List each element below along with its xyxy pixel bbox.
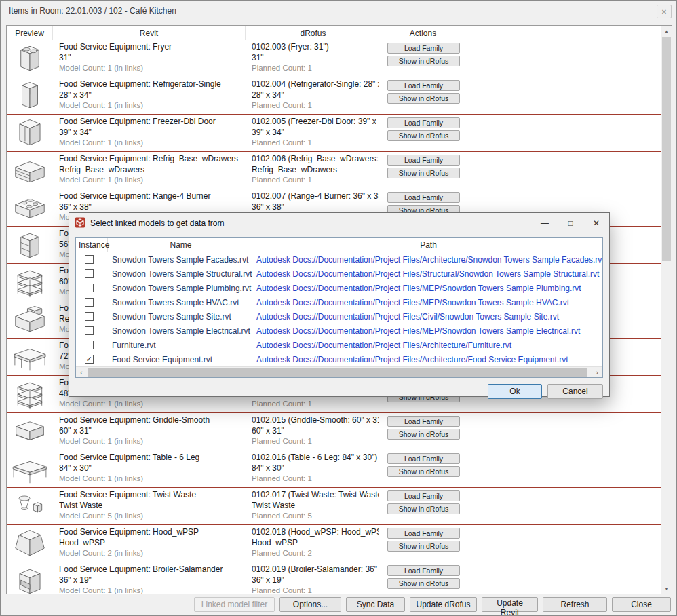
linked-model-row[interactable]: Snowdon Towers Sample Electrical.rvt Aut… <box>76 324 602 338</box>
dialog-horizontal-scrollbar[interactable]: ‹ › <box>76 366 602 377</box>
drofus-type-name: Hood_wPSP <box>252 538 379 549</box>
drofus-type-name: 39" x 34" <box>252 128 379 138</box>
instance-checkbox[interactable] <box>85 298 94 307</box>
planned-count: Planned Count: 1 <box>252 63 379 74</box>
revit-type-name: 36" x 38" <box>59 202 243 213</box>
load-family-button[interactable]: Load Family <box>387 528 460 539</box>
window-close-button[interactable]: ✕ <box>657 5 672 18</box>
model-name: Snowdon Towers Sample Plumbing.rvt <box>108 284 254 293</box>
update-drofus-button[interactable]: Update dRofus <box>410 597 477 612</box>
show-in-drofus-button[interactable]: Show in dRofus <box>387 541 460 552</box>
linked-model-row[interactable]: Snowdon Towers Sample Plumbing.rvt Autod… <box>76 281 602 295</box>
planned-count: Planned Count: 1 <box>252 100 379 111</box>
model-path: Autodesk Docs://Documentation/Project Fi… <box>254 341 602 350</box>
item-preview <box>7 562 53 594</box>
vertical-scrollbar[interactable]: ▲ ▼ <box>661 26 672 594</box>
load-family-button[interactable]: Load Family <box>387 565 460 576</box>
window-title: Items in Room: 22.01.003 / 102 - Café Ki… <box>9 6 176 16</box>
load-family-button[interactable]: Load Family <box>387 43 460 54</box>
dialog-body: Instance Name Path Snowdon Towers Sample… <box>69 233 609 404</box>
linked-model-row[interactable]: Snowdon Towers Sample Structural.rvt Aut… <box>76 267 602 281</box>
load-family-button[interactable]: Load Family <box>387 155 460 166</box>
drofus-cell: 0102.015 (Griddle-Smooth: 60" x 31") 60"… <box>246 413 381 450</box>
load-family-button[interactable]: Load Family <box>387 453 460 464</box>
load-family-button[interactable]: Load Family <box>387 80 460 91</box>
dialog-maximize-button[interactable]: □ <box>558 213 583 233</box>
item-preview <box>7 339 53 375</box>
model-count: Model Count: 5 (in links) <box>59 511 243 522</box>
revit-family-name: Food Service Equipment: Freezer-Dbl Door <box>59 117 243 128</box>
drofus-item-name: 0102.018 (Hood_wPSP: Hood_wPSP) <box>252 527 379 538</box>
drofus-item-name: 0102.019 (Broiler-Salamander: 36" x 19") <box>252 564 379 575</box>
drofus-item-name: 0102.007 (Range-4 Burner: 36" x 38") <box>252 191 379 202</box>
planned-count: Planned Count: 5 <box>252 511 379 522</box>
drofus-item-name: 0102.003 (Fryer: 31") <box>252 42 379 53</box>
linked-models-table-header: Instance Name Path <box>76 238 602 252</box>
instance-checkbox[interactable] <box>85 341 94 349</box>
model-path: Autodesk Docs://Documentation/Project Fi… <box>254 326 602 336</box>
show-in-drofus-button[interactable]: Show in dRofus <box>387 466 460 477</box>
revit-cell: Food Service Equipment: Table - 6 Leg 84… <box>53 450 246 487</box>
show-in-drofus-button[interactable]: Show in dRofus <box>387 503 460 514</box>
actions-cell: Load Family Show in dRofus <box>381 413 465 450</box>
item-preview <box>7 488 53 524</box>
item-preview <box>7 189 53 226</box>
linked-model-row[interactable]: ✓ Food Service Equipment.rvt Autodesk Do… <box>76 352 602 366</box>
update-revit-button[interactable]: Update Revit <box>482 597 538 612</box>
horizontal-scrollbar-thumb[interactable] <box>88 368 587 377</box>
instance-checkbox[interactable] <box>85 326 94 335</box>
linked-model-row[interactable]: Snowdon Towers Sample HVAC.rvt Autodesk … <box>76 295 602 309</box>
fryer-icon <box>10 43 50 74</box>
linked-model-row[interactable]: Snowdon Towers Sample Site.rvt Autodesk … <box>76 309 602 324</box>
revit-type-name: Twist Waste <box>59 501 243 512</box>
show-in-drofus-button[interactable]: Show in dRofus <box>387 56 460 66</box>
empty-cell <box>465 525 672 562</box>
scroll-up-icon[interactable]: ▲ <box>661 26 672 37</box>
instance-checkbox[interactable] <box>85 269 94 278</box>
model-count: Model Count: 1 (in links) <box>59 138 243 149</box>
counter-icon <box>10 304 50 335</box>
scroll-right-icon[interactable]: › <box>592 367 602 377</box>
scroll-down-icon[interactable]: ▼ <box>661 583 672 594</box>
instance-checkbox[interactable] <box>85 284 94 292</box>
show-in-drofus-button[interactable]: Show in dRofus <box>387 578 460 589</box>
dialog-minimize-button[interactable]: — <box>532 213 558 233</box>
cancel-button[interactable]: Cancel <box>547 384 603 399</box>
item-preview <box>7 413 53 450</box>
drofus-item-name: 0102.005 (Freezer-Dbl Door: 39" x 34") <box>252 117 379 128</box>
show-in-drofus-button[interactable]: Show in dRofus <box>387 168 460 178</box>
drofus-item-name: 0102.015 (Griddle-Smooth: 60" x 31") <box>252 415 379 426</box>
linked-model-filter-button: Linked model filter <box>194 597 275 612</box>
close-button[interactable]: Close <box>612 597 671 612</box>
scroll-left-icon[interactable]: ‹ <box>76 367 87 377</box>
revit-type-name: 39" x 34" <box>59 128 243 138</box>
shelf-icon <box>10 267 50 298</box>
load-family-button[interactable]: Load Family <box>387 192 460 203</box>
show-in-drofus-button[interactable]: Show in dRofus <box>387 93 460 104</box>
vertical-scrollbar-thumb[interactable] <box>662 37 671 261</box>
actions-cell: Load Family Show in dRofus <box>381 450 465 487</box>
linked-models-list: Snowdon Towers Sample Facades.rvt Autode… <box>76 252 602 366</box>
refresh-button[interactable]: Refresh <box>543 597 607 612</box>
dialog-close-button[interactable]: ✕ <box>583 213 609 233</box>
load-family-button[interactable]: Load Family <box>387 117 460 128</box>
model-count: Model Count: 1 (in links) <box>59 474 243 484</box>
linked-model-row[interactable]: Furniture.rvt Autodesk Docs://Documentat… <box>76 338 602 352</box>
empty-cell <box>465 77 672 114</box>
actions-cell: Load Family Show in dRofus <box>381 152 465 189</box>
show-in-drofus-button[interactable]: Show in dRofus <box>387 130 460 141</box>
instance-checkbox[interactable] <box>85 255 94 264</box>
instance-checkbox[interactable] <box>85 312 94 321</box>
ok-button[interactable]: Ok <box>488 384 542 399</box>
linked-model-row[interactable]: Snowdon Towers Sample Facades.rvt Autode… <box>76 252 602 267</box>
options-button[interactable]: Options... <box>279 597 341 612</box>
actions-cell: Load Family Show in dRofus <box>381 488 465 524</box>
drofus-type-name: 31" <box>252 53 379 64</box>
work-table-icon <box>10 341 50 372</box>
load-family-button[interactable]: Load Family <box>387 416 460 427</box>
sync-data-button[interactable]: Sync Data <box>346 597 405 612</box>
show-in-drofus-button[interactable]: Show in dRofus <box>387 429 460 440</box>
load-family-button[interactable]: Load Family <box>387 490 460 501</box>
empty-cell <box>465 413 672 450</box>
instance-checkbox[interactable]: ✓ <box>85 355 94 364</box>
